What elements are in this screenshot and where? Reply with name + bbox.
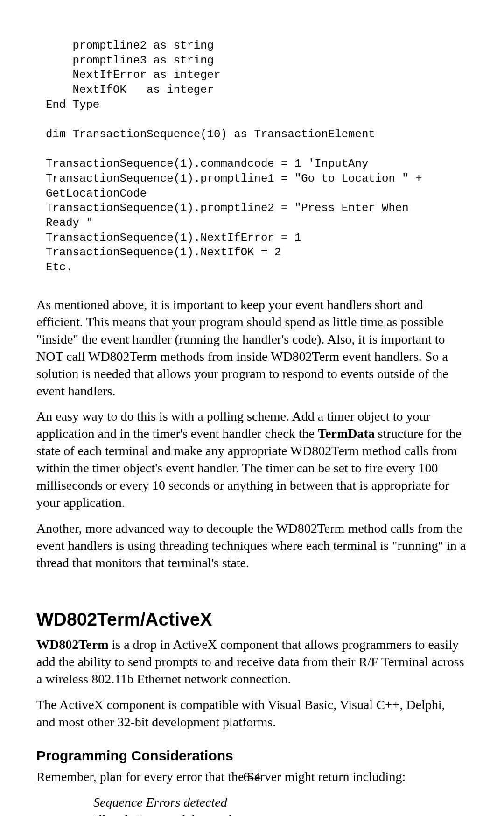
paragraph-event-handlers: As mentioned above, it is important to k… <box>36 296 467 400</box>
code-block: promptline2 as string promptline3 as str… <box>46 38 467 275</box>
paragraph-polling-scheme: An easy way to do this is with a polling… <box>36 408 467 512</box>
heading-programming-considerations: Programming Considerations <box>36 748 467 764</box>
wd802term-bold: WD802Term <box>36 637 109 652</box>
termdata-bold: TermData <box>318 426 375 441</box>
paragraph-activex-intro: WD802Term is a drop in ActiveX component… <box>36 636 467 688</box>
heading-wd802term-activex: WD802Term/ActiveX <box>36 609 467 630</box>
paragraph-compatibility: The ActiveX component is compatible with… <box>36 696 467 731</box>
error-item-illegal-command: Illegal Command detected <box>93 811 467 816</box>
paragraph-threading: Another, more advanced way to decouple t… <box>36 520 467 572</box>
error-item-sequence: Sequence Errors detected <box>93 794 467 811</box>
document-page: promptline2 as string promptline3 as str… <box>0 0 504 816</box>
error-list: Sequence Errors detected Illegal Command… <box>93 794 467 816</box>
page-number: 6-4 <box>0 769 504 784</box>
